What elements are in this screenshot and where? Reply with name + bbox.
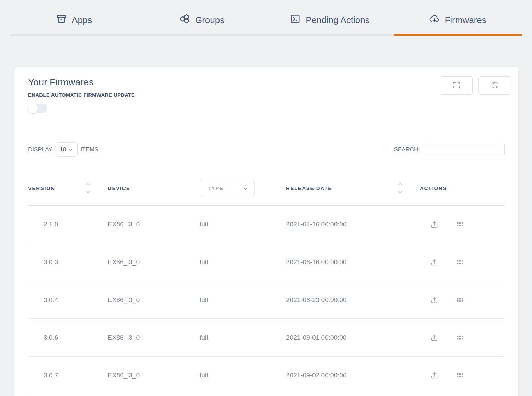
device-cell: EX86_i3_0 [108,258,200,266]
release-date-cell: 2021-08-16 00:00:00 [286,258,420,266]
device-cell: EX86_i3_0 [108,296,200,304]
version-cell: 3.0.4 [28,296,108,304]
release-date-cell: 2021-08-23 00:00:00 [286,296,420,304]
grid-dots-icon [456,224,464,230]
column-header-device: DEVICE [108,185,200,191]
search-label: SEARCH: [394,146,420,153]
grid-dots-icon [456,300,464,305]
firmwares-table: VERSION DEVICE TYPE RELEASE DATE [28,171,505,394]
device-cell: EX86_i3_0 [108,334,200,341]
upload-icon [430,300,439,305]
type-cell: full [200,258,286,266]
actions-cell [420,333,505,342]
grid-dots-icon [456,375,464,381]
table-controls: DISPLAY 10 ITEMS SEARCH: [28,142,505,157]
version-cell: 2.1.0 [28,221,108,228]
column-header-release-date: RELEASE DATE [286,182,420,194]
tab-groups[interactable]: Groups [138,0,266,36]
more-actions-button[interactable] [456,220,464,229]
display-label: DISPLAY [28,146,52,153]
release-date-cell: 2021-09-02 00:00:00 [286,372,420,379]
type-cell: full [200,296,286,304]
device-cell: EX86_i3_0 [108,221,200,228]
search-control: SEARCH: [394,143,505,156]
upload-button[interactable] [430,220,439,229]
more-actions-button[interactable] [456,371,464,380]
device-cell: EX86_i3_0 [108,372,200,379]
type-cell: full [200,372,286,379]
tab-firmwares[interactable]: Firmwares [394,0,522,36]
firmwares-card: Your Firmwares ENABLE AUTOMATIC FIRMWARE… [14,67,518,396]
upload-button[interactable] [430,258,439,266]
upload-button[interactable] [430,371,439,380]
table-row: 3.0.7 EX86_i3_0 full 2021-09-02 00:00:00 [28,357,505,394]
tab-label: Groups [195,15,224,25]
more-actions-button[interactable] [456,258,464,266]
actions-cell [420,220,505,229]
tab-label: Firmwares [445,15,486,25]
release-date-cell: 2021-09-01 00:00:00 [286,334,420,341]
hexagon-cluster-icon [180,14,190,26]
version-cell: 3.0.6 [28,334,108,341]
actions-cell [420,295,505,304]
sort-arrows-release-date[interactable] [398,182,403,194]
toggle-knob [28,104,38,113]
fullscreen-button[interactable] [440,76,473,95]
tab-pending-actions[interactable]: Pending Actions [266,0,394,36]
tab-apps[interactable]: Apps [10,0,138,36]
tab-label: Pending Actions [306,15,369,25]
page-title: Your Firmwares [28,77,505,88]
more-actions-button[interactable] [456,333,464,342]
chevron-down-icon [68,147,73,153]
fullscreen-icon [452,81,461,90]
upload-icon [430,375,439,381]
column-header-actions: ACTIONS [420,185,505,191]
more-actions-button[interactable] [456,295,464,304]
auto-update-label: ENABLE AUTOMATIC FIRMWARE UPDATE [28,92,505,98]
upload-button[interactable] [430,333,439,342]
grid-dots-icon [456,262,464,267]
version-cell: 3.0.7 [28,372,108,379]
tab-label: Apps [72,15,92,25]
auto-update-toggle[interactable] [28,104,47,113]
page-size-select[interactable]: 10 [56,142,78,157]
type-filter-dropdown[interactable]: TYPE [200,179,255,197]
table-row: 3.0.3 EX86_i3_0 full 2021-08-16 00:00:00 [28,243,505,281]
column-header-version: VERSION [28,182,108,194]
release-date-cell: 2021-04-16 00:00:00 [286,221,420,228]
sort-arrows-version[interactable] [85,182,91,194]
refresh-button[interactable] [478,76,511,95]
cloud-download-icon [429,14,439,26]
type-cell: full [200,334,286,341]
table-row: 2.1.0 EX86_i3_0 full 2021-04-16 00:00:00 [28,206,505,243]
archive-box-icon [56,14,67,26]
column-header-type: TYPE [200,179,286,197]
actions-cell [420,258,505,266]
actions-cell [420,371,505,380]
table-row: 3.0.4 EX86_i3_0 full 2021-08-23 00:00:00 [28,281,505,319]
grid-dots-icon [456,338,464,343]
upload-icon [430,224,439,230]
page-size-control: DISPLAY 10 ITEMS [28,142,98,157]
top-tab-bar: Apps Groups Pending Actions Firmwares [10,0,522,36]
upload-icon [430,262,439,267]
upload-icon [430,338,439,343]
refresh-icon [491,81,499,90]
items-label: ITEMS [81,146,98,153]
card-toolbar [440,76,511,95]
upload-button[interactable] [430,295,439,304]
page-size-value: 10 [60,147,66,153]
search-input[interactable] [423,143,505,156]
version-cell: 3.0.3 [28,258,108,266]
table-header-row: VERSION DEVICE TYPE RELEASE DATE [28,171,505,206]
chevron-down-icon [243,185,248,191]
type-cell: full [200,221,286,228]
terminal-icon [290,14,300,26]
table-row: 3.0.6 EX86_i3_0 full 2021-09-01 00:00:00 [28,319,505,357]
